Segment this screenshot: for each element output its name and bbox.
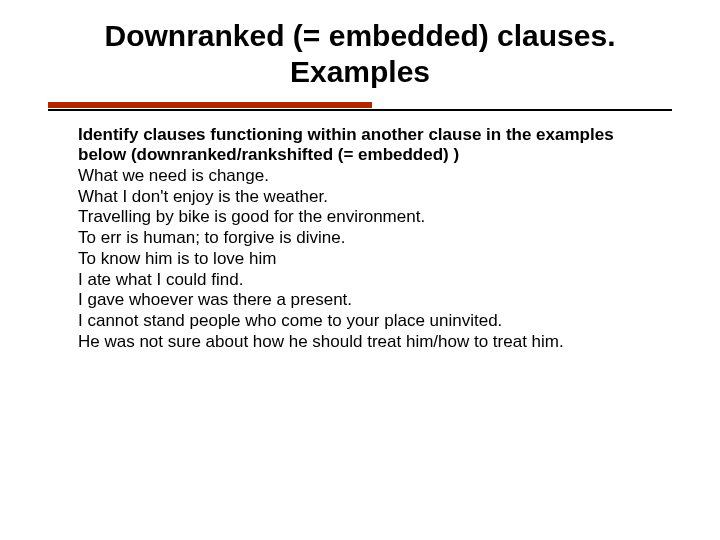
accent-bar <box>48 102 372 108</box>
example-line: To err is human; to forgive is divine. <box>78 228 664 249</box>
example-line: I gave whoever was there a present. <box>78 290 664 311</box>
example-line: What we need is change. <box>78 166 664 187</box>
example-line: What I don't enjoy is the weather. <box>78 187 664 208</box>
instruction-text: Identify clauses functioning within anot… <box>78 125 664 166</box>
example-line: Travelling by bike is good for the envir… <box>78 207 664 228</box>
slide-title: Downranked (= embedded) clauses. Example… <box>48 18 672 100</box>
slide: Downranked (= embedded) clauses. Example… <box>0 0 720 540</box>
example-line: He was not sure about how he should trea… <box>78 332 664 353</box>
thin-rule <box>48 109 672 111</box>
title-underline <box>48 102 672 111</box>
slide-body: Identify clauses functioning within anot… <box>48 119 672 353</box>
example-line: I ate what I could find. <box>78 270 664 291</box>
example-line: I cannot stand people who come to your p… <box>78 311 664 332</box>
example-line: To know him is to love him <box>78 249 664 270</box>
